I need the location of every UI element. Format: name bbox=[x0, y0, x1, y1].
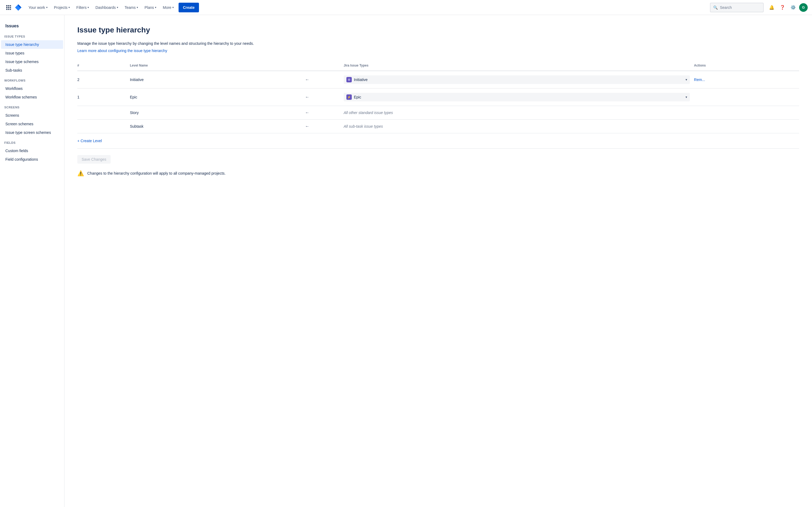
level-name-cell: Epic bbox=[130, 89, 305, 106]
help-icon[interactable]: ❓ bbox=[778, 3, 787, 12]
level-name-cell: Initiative bbox=[130, 71, 305, 89]
avatar[interactable]: G bbox=[799, 3, 808, 12]
grid-menu-icon[interactable] bbox=[4, 3, 13, 12]
actions-cell bbox=[694, 120, 799, 133]
col-header-arrow bbox=[305, 61, 344, 71]
sidebar-item-custom-fields[interactable]: Custom fields bbox=[1, 147, 63, 155]
svg-rect-4 bbox=[8, 7, 9, 8]
more-nav[interactable]: More ▾ bbox=[160, 3, 176, 12]
dashboards-nav[interactable]: Dashboards ▾ bbox=[93, 3, 121, 12]
save-changes-button[interactable]: Save Changes bbox=[77, 155, 111, 164]
arrow-icon: ← bbox=[305, 71, 344, 89]
col-header-num: # bbox=[77, 61, 130, 71]
dropdown-caret-icon: ▾ bbox=[686, 78, 687, 81]
svg-rect-0 bbox=[6, 5, 7, 6]
page-description: Manage the issue type hierarchy by chang… bbox=[77, 41, 799, 46]
sidebar-item-workflows[interactable]: Workflows bbox=[1, 84, 63, 93]
arrow-icon: ← bbox=[305, 89, 344, 106]
sidebar-section-title-3: FIELDS bbox=[0, 137, 64, 147]
sidebar-section-title-0: ISSUE TYPES bbox=[0, 31, 64, 40]
projects-nav[interactable]: Projects ▾ bbox=[51, 3, 73, 12]
your-work-chevron: ▾ bbox=[46, 6, 48, 9]
issue-types-cell[interactable]: ⚡Epic▾ bbox=[344, 89, 694, 106]
arrow-icon: ← bbox=[305, 120, 344, 133]
sidebar-item-issue-types[interactable]: Issue types bbox=[1, 49, 63, 57]
col-header-level-name: Level Name bbox=[130, 61, 305, 71]
issue-type-dropdown[interactable]: ⚡Epic▾ bbox=[344, 93, 690, 101]
search-bar[interactable]: 🔍 Search bbox=[710, 3, 764, 12]
page-title: Issue type hierarchy bbox=[77, 26, 799, 34]
col-header-jira-types: Jira Issue Types bbox=[344, 61, 694, 71]
sidebar-item-issue-type-hierarchy[interactable]: Issue type hierarchy bbox=[1, 40, 63, 49]
actions-cell bbox=[694, 106, 799, 120]
learn-more-link[interactable]: Learn more about configuring the issue t… bbox=[77, 49, 167, 53]
level-name-cell: Subtask bbox=[130, 120, 305, 133]
svg-rect-6 bbox=[6, 9, 7, 10]
sidebar: Issues ISSUE TYPESIssue type hierarchyIs… bbox=[0, 15, 64, 507]
default-type-text: All sub-task issue types bbox=[344, 124, 383, 128]
plans-nav[interactable]: Plans ▾ bbox=[142, 3, 159, 12]
level-name-cell: Story bbox=[130, 106, 305, 120]
level-number: 1 bbox=[77, 89, 130, 106]
plans-chevron: ▾ bbox=[155, 6, 156, 9]
teams-chevron: ▾ bbox=[137, 6, 138, 9]
issue-type-dropdown[interactable]: ⚙Initiative▾ bbox=[344, 75, 690, 84]
table-header-row: # Level Name Jira Issue Types Actions bbox=[77, 61, 799, 71]
svg-rect-3 bbox=[6, 7, 7, 8]
settings-icon[interactable]: ⚙️ bbox=[789, 3, 798, 12]
level-number bbox=[77, 120, 130, 133]
top-navigation: Your work ▾ Projects ▾ Filters ▾ Dashboa… bbox=[0, 0, 812, 15]
svg-rect-7 bbox=[8, 9, 9, 10]
issue-types-cell: All sub-task issue types bbox=[344, 120, 694, 133]
page-layout: Issues ISSUE TYPESIssue type hierarchyIs… bbox=[0, 15, 812, 507]
topnav-icon-group: 🔔 ❓ ⚙️ G bbox=[767, 3, 808, 12]
hierarchy-table: # Level Name Jira Issue Types Actions 2I… bbox=[77, 61, 799, 133]
main-content: Issue type hierarchy Manage the issue ty… bbox=[64, 15, 812, 507]
table-row: 1Epic←⚡Epic▾ bbox=[77, 89, 799, 106]
sidebar-item-sub-tasks[interactable]: Sub-tasks bbox=[1, 66, 63, 74]
create-button[interactable]: Create bbox=[179, 3, 199, 12]
actions-cell bbox=[694, 89, 799, 106]
sidebar-item-workflow-schemes[interactable]: Workflow schemes bbox=[1, 93, 63, 101]
more-chevron: ▾ bbox=[172, 6, 174, 9]
issue-types-cell[interactable]: ⚙Initiative▾ bbox=[344, 71, 694, 89]
dashboards-chevron: ▾ bbox=[117, 6, 118, 9]
sidebar-item-issue-type-schemes[interactable]: Issue type schemes bbox=[1, 57, 63, 66]
search-icon: 🔍 bbox=[713, 5, 718, 10]
table-row: Subtask←All sub-task issue types bbox=[77, 120, 799, 133]
sidebar-item-screen-schemes[interactable]: Screen schemes bbox=[1, 120, 63, 128]
create-level-button[interactable]: + Create Level bbox=[77, 133, 799, 149]
sidebar-item-screens[interactable]: Screens bbox=[1, 111, 63, 120]
actions-cell[interactable]: Rem... bbox=[694, 71, 799, 89]
search-placeholder: Search bbox=[720, 5, 732, 10]
filters-nav[interactable]: Filters ▾ bbox=[73, 3, 92, 12]
level-number: 2 bbox=[77, 71, 130, 89]
svg-rect-2 bbox=[10, 5, 11, 6]
dropdown-caret-icon: ▾ bbox=[686, 95, 687, 99]
sidebar-top-issues[interactable]: Issues bbox=[1, 21, 63, 31]
sidebar-item-issue-type-screen-schemes[interactable]: Issue type screen schemes bbox=[1, 128, 63, 137]
default-type-text: All other standard issue types bbox=[344, 111, 393, 115]
initiative-icon: ⚙ bbox=[346, 77, 352, 82]
dropdown-text: Epic bbox=[354, 95, 361, 99]
svg-rect-8 bbox=[10, 9, 11, 10]
issue-types-cell: All other standard issue types bbox=[344, 106, 694, 120]
warning-icon: ⚠️ bbox=[77, 170, 84, 176]
jira-logo[interactable] bbox=[14, 3, 22, 12]
svg-rect-1 bbox=[8, 5, 9, 6]
col-header-actions: Actions bbox=[694, 61, 799, 71]
dropdown-text: Initiative bbox=[354, 77, 368, 82]
warning-text: Changes to the hierarchy configuration w… bbox=[87, 171, 225, 175]
filters-chevron: ▾ bbox=[88, 6, 89, 9]
epic-icon: ⚡ bbox=[346, 95, 352, 100]
level-number bbox=[77, 106, 130, 120]
notifications-icon[interactable]: 🔔 bbox=[767, 3, 776, 12]
teams-nav[interactable]: Teams ▾ bbox=[122, 3, 141, 12]
arrow-icon: ← bbox=[305, 106, 344, 120]
svg-rect-5 bbox=[10, 7, 11, 8]
sidebar-section-title-2: SCREENS bbox=[0, 101, 64, 111]
projects-chevron: ▾ bbox=[68, 6, 70, 9]
your-work-nav[interactable]: Your work ▾ bbox=[26, 3, 50, 12]
remove-action-link[interactable]: Rem... bbox=[694, 77, 705, 82]
sidebar-item-field-configurations[interactable]: Field configurations bbox=[1, 155, 63, 164]
